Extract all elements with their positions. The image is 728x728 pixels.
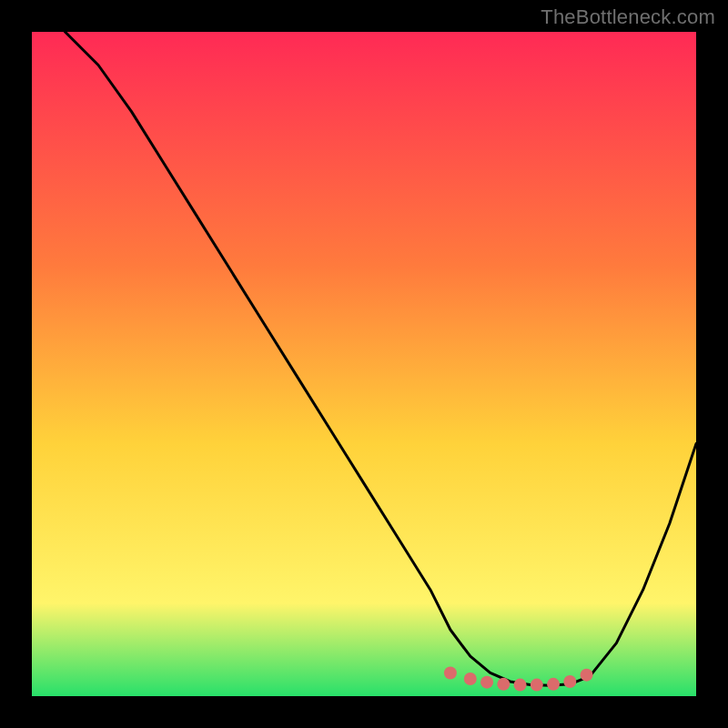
watermark-text: TheBottleneck.com: [541, 5, 715, 29]
gradient-background: [32, 32, 696, 696]
marker-dot: [444, 666, 457, 679]
plot-area: [32, 32, 696, 696]
marker-dot: [480, 676, 493, 689]
marker-dot: [547, 678, 560, 691]
gradient-rect: [32, 32, 696, 696]
marker-dot: [464, 672, 477, 685]
marker-dot: [497, 678, 510, 691]
marker-dot: [581, 669, 593, 682]
marker-dot: [531, 679, 543, 692]
chart-stage: TheBottleneck.com: [0, 0, 728, 728]
marker-dot: [514, 679, 527, 692]
marker-dot: [563, 675, 576, 688]
